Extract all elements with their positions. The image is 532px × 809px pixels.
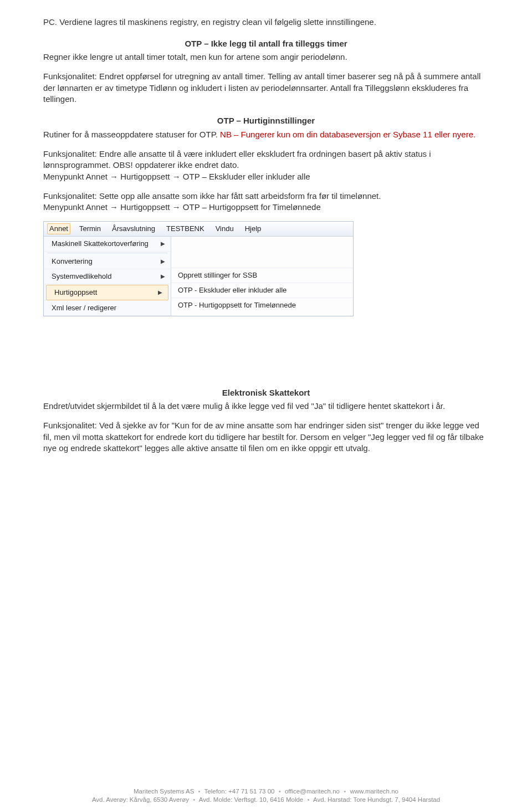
bullet-icon: • [193,796,195,803]
para-regner: Regner ikke lengre ut antall timer total… [43,52,489,63]
footer-email: office@maritech.no [285,788,340,795]
menu-item-xml[interactable]: Xml leser / redigerer [44,301,171,316]
para-rutiner-b: NB – Fungerer kun om din databaseversjon… [220,130,475,139]
bullet-icon: • [279,788,281,795]
footer-addr3: Tore Hundsgt. 7, 9404 Harstad [354,796,441,803]
menu-item-label: Xml leser / redigerer [52,303,116,313]
heading-skattekort: Elektronisk Skattekort [43,387,489,399]
footer-line-2: Avd. Averøy: Kårvåg, 6530 Averøy • Avd. … [0,796,532,805]
dropdown-right: Opprett stillinger for SSB OTP - Eksklud… [171,237,353,316]
bullet-icon: • [307,796,309,803]
menu-item-hurtigoppsett[interactable]: Hurtigoppsett ▶ [46,285,168,300]
menubar-item-annet[interactable]: Annet [47,223,70,234]
para-funksjonalitet-3: Funksjonalitet: Sette opp alle ansatte s… [43,191,489,213]
menu-item-skattekort[interactable]: Maskinell Skattekortoverføring ▶ [44,237,171,252]
menubar-item-hjelp[interactable]: Hjelp [243,223,264,234]
menu-item-label: Maskinell Skattekortoverføring [52,239,149,249]
submenu-item-ssb[interactable]: Opprett stillinger for SSB [171,268,353,283]
footer-line-1: Maritech Systems AS • Telefon: +47 71 51… [0,787,532,796]
menu-item-label: Systemvedlikehold [52,272,111,281]
para-funksjonalitet-1: Funksjonalitet: Endret oppførsel for utr… [43,71,489,105]
para-rutiner-a: Rutiner for å masseoppdatere statuser fo… [43,130,220,139]
submenu-item-timelonnede[interactable]: OTP - Hurtigoppsett for Timelønnede [171,298,353,313]
footer-web: www.maritech.no [350,788,398,795]
menu-item-label: Konvertering [52,257,93,267]
heading-otp-hurtig: OTP – Hurtiginnstillinger [43,115,489,127]
bullet-icon: • [344,788,346,795]
menu-item-konvertering[interactable]: Konvertering ▶ [44,254,171,269]
footer-phone-label: Telefon: [204,788,227,795]
footer-addr1-label: Avd. Averøy: [92,796,128,803]
menu-screenshot: Annet Termin Årsavslutning TESTBENK Vind… [43,221,354,316]
menubar-item-vindu[interactable]: Vindu [213,223,236,234]
chevron-right-icon: ▶ [161,240,165,248]
menubar-item-termin[interactable]: Termin [77,223,103,234]
menu-separator [47,253,167,253]
chevron-right-icon: ▶ [161,258,165,265]
footer-addr3-label: Avd. Harstad: [313,796,351,803]
menubar-item-arsavslutning[interactable]: Årsavslutning [110,223,157,234]
footer-addr1: Kårvåg, 6530 Averøy [130,796,189,803]
bullet-icon: • [198,788,201,795]
page-footer: Maritech Systems AS • Telefon: +47 71 51… [0,787,532,805]
heading-otp-tillegg: OTP – Ikke legg til antall fra tilleggs … [43,38,489,50]
footer-company: Maritech Systems AS [134,788,194,795]
para-funksjonalitet-2: Funksjonalitet: Endre alle ansatte til å… [43,149,489,183]
menu-item-label: Hurtigoppsett [54,288,97,298]
chevron-right-icon: ▶ [161,273,165,280]
submenu-item-ekskluder[interactable]: OTP - Ekskluder eller inkluder alle [171,283,353,298]
footer-addr2: Verftsgt. 10, 6416 Molde [234,796,304,803]
para-rutiner: Rutiner for å masseoppdatere statuser fo… [43,129,489,141]
para-endret-skjerm: Endret/utvidet skjermbildet til å la det… [43,401,489,412]
menu-item-systemvedlikehold[interactable]: Systemvedlikehold ▶ [44,269,171,284]
para-funksjonalitet-4: Funksjonalitet: Ved å sjekke av for "Kun… [43,420,489,454]
menubar: Annet Termin Årsavslutning TESTBENK Vind… [44,222,353,237]
dropdown-left: Maskinell Skattekortoverføring ▶ Konvert… [44,237,171,316]
menubar-item-testbenk[interactable]: TESTBENK [164,223,207,234]
footer-phone: +47 71 51 73 00 [228,788,274,795]
footer-addr2-label: Avd. Molde: [199,796,233,803]
chevron-right-icon: ▶ [158,289,162,296]
para-registry: PC. Verdiene lagres til maskinens regist… [43,17,489,28]
